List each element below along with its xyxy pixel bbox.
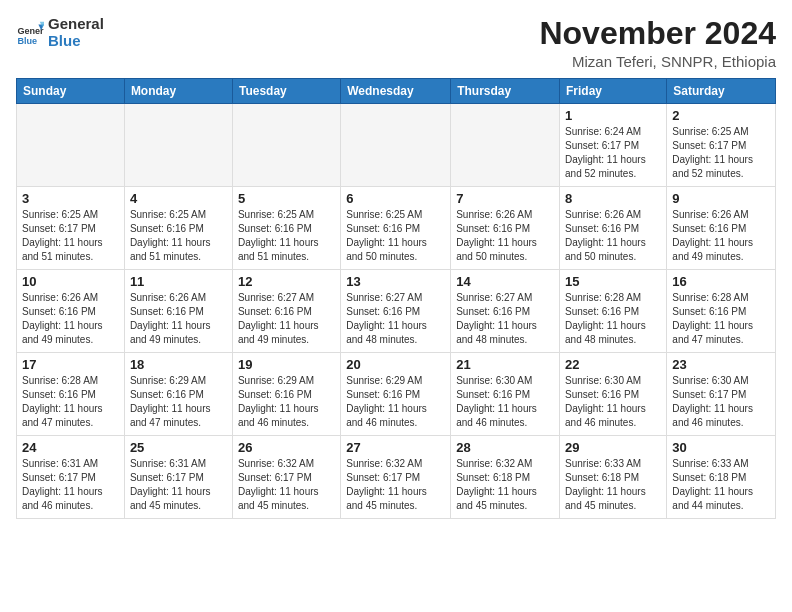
day-number: 14 xyxy=(456,274,554,289)
day-info: Sunrise: 6:32 AM Sunset: 6:17 PM Dayligh… xyxy=(346,457,445,513)
table-row: 27Sunrise: 6:32 AM Sunset: 6:17 PM Dayli… xyxy=(341,436,451,519)
day-info: Sunrise: 6:26 AM Sunset: 6:16 PM Dayligh… xyxy=(456,208,554,264)
day-info: Sunrise: 6:27 AM Sunset: 6:16 PM Dayligh… xyxy=(238,291,335,347)
day-number: 19 xyxy=(238,357,335,372)
table-row: 16Sunrise: 6:28 AM Sunset: 6:16 PM Dayli… xyxy=(667,270,776,353)
col-saturday: Saturday xyxy=(667,79,776,104)
day-number: 18 xyxy=(130,357,227,372)
table-row: 24Sunrise: 6:31 AM Sunset: 6:17 PM Dayli… xyxy=(17,436,125,519)
table-row: 29Sunrise: 6:33 AM Sunset: 6:18 PM Dayli… xyxy=(560,436,667,519)
table-row: 5Sunrise: 6:25 AM Sunset: 6:16 PM Daylig… xyxy=(232,187,340,270)
day-info: Sunrise: 6:32 AM Sunset: 6:18 PM Dayligh… xyxy=(456,457,554,513)
day-number: 17 xyxy=(22,357,119,372)
day-info: Sunrise: 6:26 AM Sunset: 6:16 PM Dayligh… xyxy=(130,291,227,347)
location-subtitle: Mizan Teferi, SNNPR, Ethiopia xyxy=(539,53,776,70)
logo-blue-text: Blue xyxy=(48,33,104,50)
logo-icon: General Blue xyxy=(16,19,44,47)
day-number: 9 xyxy=(672,191,770,206)
day-number: 1 xyxy=(565,108,661,123)
day-number: 25 xyxy=(130,440,227,455)
table-row: 11Sunrise: 6:26 AM Sunset: 6:16 PM Dayli… xyxy=(124,270,232,353)
day-info: Sunrise: 6:25 AM Sunset: 6:17 PM Dayligh… xyxy=(22,208,119,264)
calendar-week-row: 10Sunrise: 6:26 AM Sunset: 6:16 PM Dayli… xyxy=(17,270,776,353)
day-info: Sunrise: 6:31 AM Sunset: 6:17 PM Dayligh… xyxy=(130,457,227,513)
title-block: November 2024 Mizan Teferi, SNNPR, Ethio… xyxy=(539,16,776,70)
day-info: Sunrise: 6:29 AM Sunset: 6:16 PM Dayligh… xyxy=(346,374,445,430)
calendar-header: Sunday Monday Tuesday Wednesday Thursday… xyxy=(17,79,776,104)
table-row: 25Sunrise: 6:31 AM Sunset: 6:17 PM Dayli… xyxy=(124,436,232,519)
day-number: 6 xyxy=(346,191,445,206)
day-number: 8 xyxy=(565,191,661,206)
table-row: 12Sunrise: 6:27 AM Sunset: 6:16 PM Dayli… xyxy=(232,270,340,353)
table-row: 1Sunrise: 6:24 AM Sunset: 6:17 PM Daylig… xyxy=(560,104,667,187)
calendar-week-row: 3Sunrise: 6:25 AM Sunset: 6:17 PM Daylig… xyxy=(17,187,776,270)
table-row: 4Sunrise: 6:25 AM Sunset: 6:16 PM Daylig… xyxy=(124,187,232,270)
day-info: Sunrise: 6:30 AM Sunset: 6:16 PM Dayligh… xyxy=(565,374,661,430)
table-row: 10Sunrise: 6:26 AM Sunset: 6:16 PM Dayli… xyxy=(17,270,125,353)
table-row xyxy=(341,104,451,187)
day-number: 7 xyxy=(456,191,554,206)
col-friday: Friday xyxy=(560,79,667,104)
logo: General Blue General Blue xyxy=(16,16,104,49)
day-number: 10 xyxy=(22,274,119,289)
day-info: Sunrise: 6:33 AM Sunset: 6:18 PM Dayligh… xyxy=(672,457,770,513)
table-row: 18Sunrise: 6:29 AM Sunset: 6:16 PM Dayli… xyxy=(124,353,232,436)
logo-general-text: General xyxy=(48,16,104,33)
day-number: 12 xyxy=(238,274,335,289)
day-number: 26 xyxy=(238,440,335,455)
table-row xyxy=(232,104,340,187)
day-number: 11 xyxy=(130,274,227,289)
day-number: 16 xyxy=(672,274,770,289)
table-row: 2Sunrise: 6:25 AM Sunset: 6:17 PM Daylig… xyxy=(667,104,776,187)
day-info: Sunrise: 6:30 AM Sunset: 6:17 PM Dayligh… xyxy=(672,374,770,430)
table-row: 6Sunrise: 6:25 AM Sunset: 6:16 PM Daylig… xyxy=(341,187,451,270)
day-info: Sunrise: 6:26 AM Sunset: 6:16 PM Dayligh… xyxy=(22,291,119,347)
day-number: 15 xyxy=(565,274,661,289)
table-row: 30Sunrise: 6:33 AM Sunset: 6:18 PM Dayli… xyxy=(667,436,776,519)
table-row: 13Sunrise: 6:27 AM Sunset: 6:16 PM Dayli… xyxy=(341,270,451,353)
day-number: 5 xyxy=(238,191,335,206)
table-row: 3Sunrise: 6:25 AM Sunset: 6:17 PM Daylig… xyxy=(17,187,125,270)
calendar-body: 1Sunrise: 6:24 AM Sunset: 6:17 PM Daylig… xyxy=(17,104,776,519)
day-info: Sunrise: 6:29 AM Sunset: 6:16 PM Dayligh… xyxy=(130,374,227,430)
table-row: 15Sunrise: 6:28 AM Sunset: 6:16 PM Dayli… xyxy=(560,270,667,353)
table-row: 19Sunrise: 6:29 AM Sunset: 6:16 PM Dayli… xyxy=(232,353,340,436)
day-number: 20 xyxy=(346,357,445,372)
day-number: 29 xyxy=(565,440,661,455)
day-number: 22 xyxy=(565,357,661,372)
day-info: Sunrise: 6:24 AM Sunset: 6:17 PM Dayligh… xyxy=(565,125,661,181)
day-info: Sunrise: 6:32 AM Sunset: 6:17 PM Dayligh… xyxy=(238,457,335,513)
col-tuesday: Tuesday xyxy=(232,79,340,104)
day-number: 24 xyxy=(22,440,119,455)
svg-text:Blue: Blue xyxy=(17,35,37,45)
day-info: Sunrise: 6:28 AM Sunset: 6:16 PM Dayligh… xyxy=(22,374,119,430)
calendar-week-row: 17Sunrise: 6:28 AM Sunset: 6:16 PM Dayli… xyxy=(17,353,776,436)
day-info: Sunrise: 6:29 AM Sunset: 6:16 PM Dayligh… xyxy=(238,374,335,430)
table-row: 20Sunrise: 6:29 AM Sunset: 6:16 PM Dayli… xyxy=(341,353,451,436)
calendar-week-row: 24Sunrise: 6:31 AM Sunset: 6:17 PM Dayli… xyxy=(17,436,776,519)
table-row: 21Sunrise: 6:30 AM Sunset: 6:16 PM Dayli… xyxy=(451,353,560,436)
table-row: 22Sunrise: 6:30 AM Sunset: 6:16 PM Dayli… xyxy=(560,353,667,436)
day-info: Sunrise: 6:30 AM Sunset: 6:16 PM Dayligh… xyxy=(456,374,554,430)
calendar-week-row: 1Sunrise: 6:24 AM Sunset: 6:17 PM Daylig… xyxy=(17,104,776,187)
col-thursday: Thursday xyxy=(451,79,560,104)
col-wednesday: Wednesday xyxy=(341,79,451,104)
table-row xyxy=(17,104,125,187)
day-info: Sunrise: 6:25 AM Sunset: 6:16 PM Dayligh… xyxy=(130,208,227,264)
header-row: Sunday Monday Tuesday Wednesday Thursday… xyxy=(17,79,776,104)
day-info: Sunrise: 6:25 AM Sunset: 6:17 PM Dayligh… xyxy=(672,125,770,181)
table-row: 26Sunrise: 6:32 AM Sunset: 6:17 PM Dayli… xyxy=(232,436,340,519)
day-info: Sunrise: 6:26 AM Sunset: 6:16 PM Dayligh… xyxy=(565,208,661,264)
table-row: 17Sunrise: 6:28 AM Sunset: 6:16 PM Dayli… xyxy=(17,353,125,436)
day-info: Sunrise: 6:31 AM Sunset: 6:17 PM Dayligh… xyxy=(22,457,119,513)
table-row xyxy=(451,104,560,187)
day-info: Sunrise: 6:28 AM Sunset: 6:16 PM Dayligh… xyxy=(672,291,770,347)
day-number: 28 xyxy=(456,440,554,455)
day-info: Sunrise: 6:25 AM Sunset: 6:16 PM Dayligh… xyxy=(238,208,335,264)
day-info: Sunrise: 6:25 AM Sunset: 6:16 PM Dayligh… xyxy=(346,208,445,264)
day-number: 27 xyxy=(346,440,445,455)
page-container: General Blue General Blue November 2024 … xyxy=(0,0,792,527)
day-number: 21 xyxy=(456,357,554,372)
day-info: Sunrise: 6:27 AM Sunset: 6:16 PM Dayligh… xyxy=(346,291,445,347)
day-info: Sunrise: 6:28 AM Sunset: 6:16 PM Dayligh… xyxy=(565,291,661,347)
